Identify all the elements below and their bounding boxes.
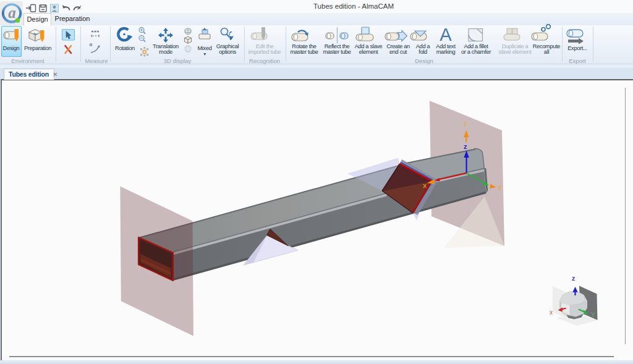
svg-text:Y: Y bbox=[498, 185, 502, 192]
svg-text:z: z bbox=[464, 121, 467, 127]
svg-text:a: a bbox=[8, 4, 16, 21]
svg-text:x: x bbox=[550, 309, 553, 316]
svg-text:A: A bbox=[440, 25, 452, 44]
svg-text:x: x bbox=[423, 182, 427, 189]
svg-text:z: z bbox=[572, 274, 575, 282]
svg-text:z: z bbox=[464, 143, 467, 150]
svg-text:Y: Y bbox=[591, 311, 595, 318]
